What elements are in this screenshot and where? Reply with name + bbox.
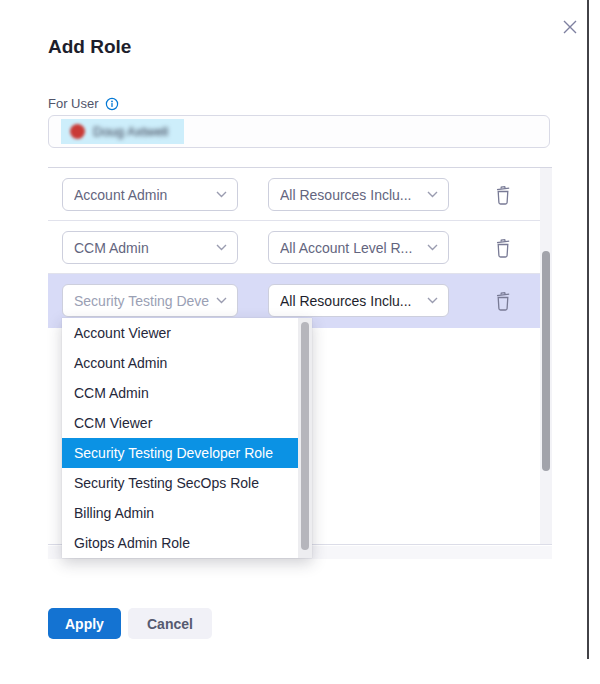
avatar <box>70 124 85 139</box>
dropdown-scrollbar-thumb[interactable] <box>301 322 309 550</box>
role-options-dropdown: Account Viewer Account Admin CCM Admin C… <box>62 318 312 558</box>
cancel-button[interactable]: Cancel <box>128 608 212 639</box>
delete-row-button-3[interactable] <box>492 290 514 312</box>
dropdown-option[interactable]: Security Testing SecOps Role <box>62 468 298 498</box>
role-row-2: CCM Admin All Account Level R... <box>48 221 540 274</box>
dropdown-option[interactable]: CCM Admin <box>62 378 298 408</box>
delete-row-button-1[interactable] <box>492 184 514 206</box>
resource-select-2[interactable]: All Account Level R... <box>268 231 449 264</box>
chevron-down-icon <box>427 191 438 198</box>
trash-icon <box>494 185 512 205</box>
dropdown-option[interactable]: CCM Viewer <box>62 408 298 438</box>
user-chip-name: Doug Axtwell <box>93 124 168 139</box>
role-select-2[interactable]: CCM Admin <box>62 231 238 264</box>
trash-icon <box>494 291 512 311</box>
role-row-1: Account Admin All Resources Inclu... <box>48 168 540 221</box>
resource-select-1[interactable]: All Resources Inclu... <box>268 178 449 211</box>
page-title: Add Role <box>48 36 131 58</box>
user-chip[interactable]: Doug Axtwell <box>61 119 184 144</box>
role-select-1[interactable]: Account Admin <box>62 178 238 211</box>
for-user-label: For User <box>48 96 99 111</box>
close-icon <box>561 18 579 36</box>
dropdown-option[interactable]: Gitops Admin Role <box>62 528 298 558</box>
info-icon[interactable] <box>105 97 119 111</box>
add-role-dialog: Add Role For User Doug Axtwell Account A… <box>0 0 600 684</box>
trash-icon <box>494 238 512 258</box>
for-user-label-row: For User <box>48 96 119 111</box>
user-input[interactable]: Doug Axtwell <box>48 115 550 148</box>
close-button[interactable] <box>559 16 581 38</box>
vertical-scrollbar-thumb[interactable] <box>542 251 550 471</box>
role-select-3[interactable]: Security Testing Deve <box>62 284 238 317</box>
dropdown-option[interactable]: Billing Admin <box>62 498 298 528</box>
dropdown-scrollbar-track[interactable] <box>298 318 312 558</box>
dropdown-option[interactable]: Account Admin <box>62 348 298 378</box>
chevron-down-icon <box>427 297 438 304</box>
vertical-scrollbar-track[interactable] <box>540 168 552 544</box>
delete-row-button-2[interactable] <box>492 237 514 259</box>
chevron-down-icon <box>216 191 227 198</box>
chevron-down-icon <box>216 244 227 251</box>
panel-edge-divider <box>587 0 589 659</box>
dropdown-option[interactable]: Account Viewer <box>62 318 298 348</box>
chevron-down-icon <box>427 244 438 251</box>
dropdown-option[interactable]: Security Testing Developer Role <box>62 438 298 468</box>
chevron-down-icon <box>216 297 227 304</box>
resource-select-3[interactable]: All Resources Inclu... <box>268 284 449 317</box>
apply-button[interactable]: Apply <box>48 608 121 639</box>
